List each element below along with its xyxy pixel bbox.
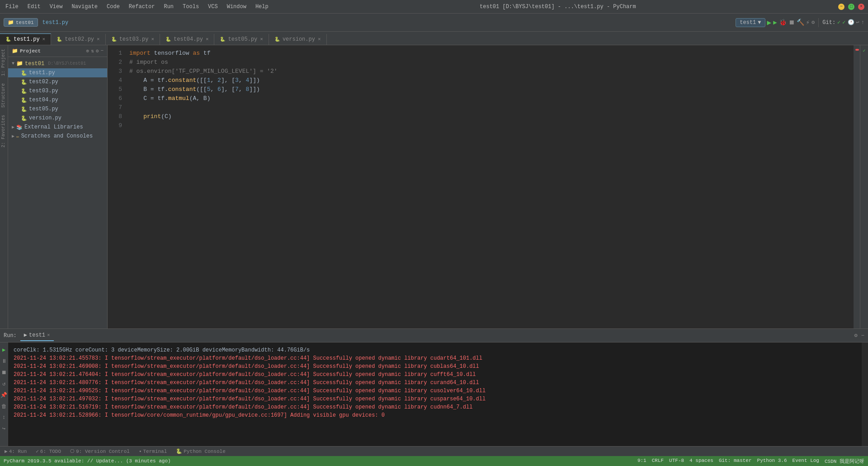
folder-icon: 📁 (16, 60, 23, 67)
tree-root-folder[interactable]: ▼ 📁 test01 D:\BYSJ\test01 (8, 59, 107, 68)
error-marker (855, 49, 859, 51)
sidebar-settings-icon[interactable]: ⚙ (96, 48, 99, 54)
tab-test1py[interactable]: 🐍 test1.py × (0, 33, 51, 45)
profile-button[interactable]: ⚡ (806, 19, 810, 26)
menu-window[interactable]: Window (225, 3, 248, 11)
console-scrollbar[interactable] (862, 342, 868, 446)
run-scroll-icon[interactable]: ↕ (2, 413, 6, 422)
run-wrap-icon[interactable]: ↪ (2, 424, 6, 433)
run-tab-close-button[interactable]: × (47, 333, 50, 338)
py-icon3: 🐍 (21, 88, 27, 94)
sidebar-sync-icon[interactable]: ⊕ (86, 48, 90, 54)
run-config-selector[interactable]: test1 ▼ (736, 18, 765, 27)
run-label: Run: (4, 333, 17, 339)
run-stop-icon[interactable]: ⏹ (1, 368, 7, 377)
menu-code[interactable]: Code (105, 3, 122, 11)
run-bottom-tab[interactable]: ▶ 4: Run (2, 447, 29, 455)
git-history-icon[interactable]: 🕐 (848, 19, 854, 26)
tree-external-libs[interactable]: ▶ 📚 External Libraries (8, 123, 107, 132)
menu-tools[interactable]: Tools (181, 3, 201, 11)
vertical-tab-structure[interactable]: Structure (0, 80, 8, 111)
cursor-position[interactable]: 9:1 (637, 458, 646, 465)
tree-item-versionpy[interactable]: 🐍 version.py (8, 114, 107, 123)
run-tab-test1[interactable]: ▶ test1 × (20, 330, 54, 341)
menu-refactor[interactable]: Refactor (127, 3, 157, 11)
sidebar-expand-icon[interactable]: ⇅ (91, 48, 94, 54)
menu-file[interactable]: File (4, 3, 20, 11)
run-button[interactable]: ▶ (767, 18, 772, 27)
python-console-tab[interactable]: 🐍 Python Console (173, 447, 228, 455)
python-console-label: Python Console (184, 449, 225, 454)
run-pin-icon[interactable]: 📌 (0, 390, 8, 400)
tab-test03py[interactable]: 🐍 test03.py × (106, 34, 160, 45)
run-rerun-icon[interactable]: ↺ (2, 379, 6, 389)
sidebar-collapse-icon[interactable]: − (100, 48, 104, 54)
line-ending[interactable]: CRLF (652, 458, 664, 465)
git-revert-icon[interactable]: ↩ (856, 19, 859, 26)
tab-test05py[interactable]: 🐍 test05.py × (214, 34, 269, 45)
tab-close5-button[interactable]: × (260, 37, 263, 42)
tree-item-test02py[interactable]: 🐍 test02.py (8, 77, 107, 86)
tab-close4-button[interactable]: × (206, 37, 209, 42)
file-label3: test03.py (29, 88, 58, 94)
stop-button[interactable]: ⏹ (788, 19, 795, 26)
tab-close3-button[interactable]: × (151, 37, 154, 42)
menu-run[interactable]: Run (162, 3, 175, 11)
event-log[interactable]: Event Log (793, 458, 819, 465)
project-button[interactable]: 📁 test01 (4, 18, 38, 27)
vertical-tab-project[interactable]: 1: Project (0, 45, 8, 80)
vertical-tab-favorites[interactable]: 2: Favorites (0, 111, 8, 151)
git-branch[interactable]: Git: master (719, 458, 752, 465)
vcs-bottom-tab[interactable]: ⎔ 9: Version Control (67, 447, 132, 455)
debug-button[interactable]: 🐞 (779, 19, 787, 26)
menu-edit[interactable]: Edit (26, 3, 42, 11)
py-file-icon3: 🐍 (111, 37, 117, 42)
tree-scratches[interactable]: ▶ ✏️ Scratches and Consoles (8, 132, 107, 141)
run-play-icon[interactable]: ▶ (2, 345, 6, 355)
terminal-bottom-tab[interactable]: ▪ Terminal (136, 448, 170, 455)
code-area[interactable]: 12345 6789 import tensorflow as tf # imp… (108, 45, 854, 328)
update-message[interactable]: PyCharm 2019.3.5 available: // Update...… (4, 458, 171, 464)
tree-item-test05py[interactable]: 🐍 test05.py (8, 105, 107, 114)
window-controls: − □ × (838, 4, 864, 10)
tab-test04py[interactable]: 🐍 test04.py × (160, 34, 214, 45)
tree-item-test04py[interactable]: 🐍 test04.py (8, 95, 107, 105)
tab-close-button[interactable]: × (42, 37, 46, 42)
encoding[interactable]: UTF-8 (669, 458, 684, 465)
project-icon: 📁 (12, 48, 18, 54)
indent-info[interactable]: 4 spaces (689, 458, 713, 465)
run-bottom-icon: ▶ (5, 448, 8, 454)
tab-test02py[interactable]: 🐍 test02.py × (51, 34, 105, 45)
run-step-icon[interactable]: ⏸ (1, 357, 7, 366)
tab-versionpy[interactable]: 🐍 version.py × (269, 34, 327, 45)
todo-bottom-tab[interactable]: ✓ 6: TODO (33, 447, 64, 455)
file-label5: test05.py (29, 106, 58, 112)
python-version[interactable]: Python 3.6 (757, 458, 787, 465)
menu-vcs[interactable]: VCS (206, 3, 220, 11)
close-button[interactable]: × (858, 4, 864, 10)
file-label6: version.py (29, 115, 61, 121)
git-check-icon[interactable]: ✓ (837, 19, 840, 26)
run-bottom-label: 4: Run (9, 449, 27, 454)
menu-view[interactable]: View (48, 3, 65, 11)
menu-navigate[interactable]: Navigate (70, 3, 99, 11)
run-clear-icon[interactable]: 🗑 (1, 402, 7, 411)
tab-close6-button[interactable]: × (318, 37, 321, 42)
run-coverage-button[interactable]: ▶ (773, 19, 777, 26)
tree-item-test1py[interactable]: 🐍 test1.py (8, 68, 107, 77)
menu-help[interactable]: Help (254, 3, 270, 11)
tree-item-test03py[interactable]: 🐍 test03.py (8, 86, 107, 95)
folder-icon: 📁 (8, 19, 14, 25)
minimize-button[interactable]: − (838, 4, 844, 10)
code-content[interactable]: import tensorflow as tf # import os # os… (126, 49, 854, 325)
settings-button[interactable]: ⚙ (811, 19, 815, 26)
tab-label3: test03.py (119, 36, 149, 43)
run-minimize-icon[interactable]: − (861, 333, 864, 339)
build-button[interactable]: 🔨 (797, 19, 804, 26)
file-tab-button[interactable]: test1.py (40, 19, 71, 27)
tab-close2-button[interactable]: × (97, 37, 100, 42)
git-push-icon[interactable]: ↑ (861, 19, 864, 26)
maximize-button[interactable]: □ (848, 4, 854, 10)
run-settings-icon[interactable]: ⚙ (854, 332, 858, 339)
git-check2-icon[interactable]: ✓ (842, 19, 845, 26)
